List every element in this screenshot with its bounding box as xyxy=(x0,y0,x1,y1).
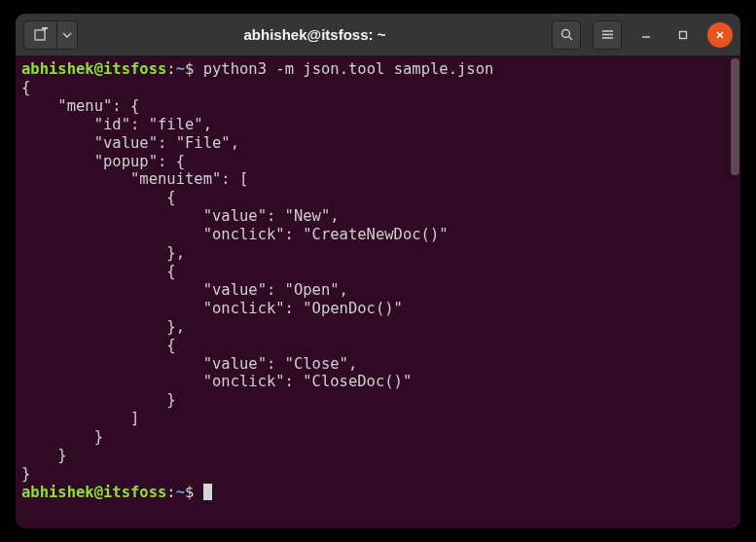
prompt-separator: : xyxy=(166,60,175,78)
command-text: python3 -m json.tool sample.json xyxy=(203,60,494,78)
cursor xyxy=(203,484,212,500)
minimize-icon xyxy=(640,29,652,41)
hamburger-icon xyxy=(600,27,615,42)
terminal-window: abhishek@itsfoss: ~ abhishek@itsfoss:~$ … xyxy=(16,14,740,528)
minimize-button[interactable] xyxy=(633,22,659,48)
search-icon xyxy=(559,27,574,42)
tab-dropdown-button[interactable] xyxy=(56,20,78,50)
svg-line-7 xyxy=(568,37,572,41)
new-tab-icon xyxy=(33,27,49,43)
svg-rect-0 xyxy=(35,30,45,40)
maximize-button[interactable] xyxy=(670,22,696,48)
titlebar: abhishek@itsfoss: ~ xyxy=(16,14,740,56)
menu-button[interactable] xyxy=(593,20,622,50)
terminal-content: abhishek@itsfoss:~$ python3 -m json.tool… xyxy=(21,60,735,502)
prompt-symbol: $ xyxy=(185,484,194,501)
close-icon xyxy=(714,29,726,41)
prompt-user: abhishek@itsfoss xyxy=(21,484,166,501)
maximize-icon xyxy=(677,29,689,41)
prompt-path: ~ xyxy=(176,60,185,78)
terminal-body[interactable]: abhishek@itsfoss:~$ python3 -m json.tool… xyxy=(16,56,740,528)
svg-point-6 xyxy=(561,30,569,38)
new-tab-button[interactable] xyxy=(23,20,56,50)
chevron-down-icon xyxy=(62,30,72,40)
search-button[interactable] xyxy=(552,20,581,50)
window-controls xyxy=(552,20,733,50)
prompt-separator: : xyxy=(166,484,175,501)
svg-rect-12 xyxy=(680,31,687,38)
prompt-symbol: $ xyxy=(185,60,194,78)
output: { "menu": { "id": "file", "value": "File… xyxy=(21,79,449,483)
prompt-user: abhishek@itsfoss xyxy=(21,60,166,78)
close-button[interactable] xyxy=(707,22,733,48)
prompt-path: ~ xyxy=(176,484,185,501)
window-title: abhishek@itsfoss: ~ xyxy=(86,26,544,43)
tab-controls xyxy=(23,20,78,50)
